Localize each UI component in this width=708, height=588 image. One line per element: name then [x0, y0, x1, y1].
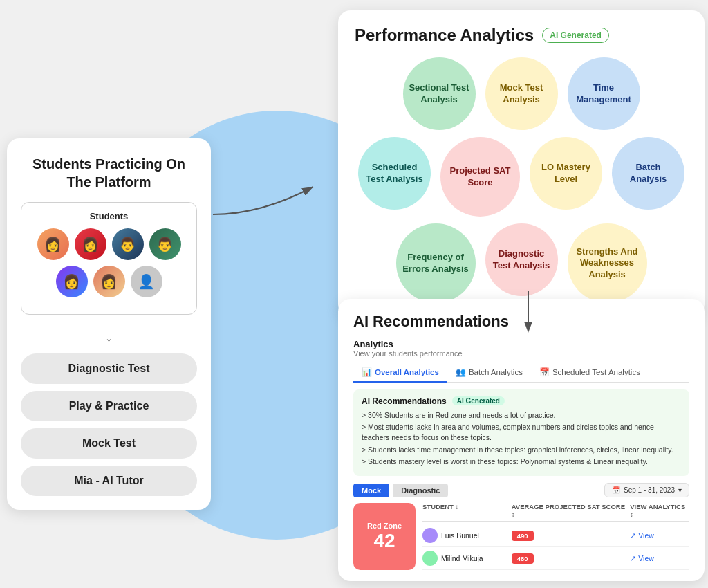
analytics-sub: View your students performance: [353, 349, 689, 358]
th-student: STUDENT ↕: [422, 503, 512, 518]
ai-recommendations-card: AI Recommendations Analytics View your s…: [338, 299, 705, 581]
calendar-small-icon: 📅: [612, 486, 620, 494]
bubble-diagnostic-test[interactable]: Diagnostic Test Analysis: [485, 223, 558, 296]
red-zone-box: Red Zone 42: [353, 503, 416, 570]
recommendations-box: AI Recommendations AI Generated > 30% St…: [353, 389, 689, 476]
th-score: AVERAGE PROJECTED SAT SCORE ↕: [512, 503, 631, 518]
avatar: 👨: [112, 228, 144, 260]
bubble-scheduled-test[interactable]: Scheduled Test Analysis: [358, 137, 431, 210]
bubble-batch-analysis[interactable]: Batch Analysis: [612, 137, 684, 210]
student-avatar: [422, 551, 438, 566]
avatar: 👨: [149, 228, 181, 260]
student-info-2: Milind Mikuja: [422, 551, 512, 566]
bubble-strengths-weaknesses[interactable]: Strengths And Weaknesses Analysis: [568, 223, 647, 303]
bubbles-grid: Sectional Test Analysis Mock Test Analys…: [355, 57, 688, 303]
score-badge-2: 480: [512, 553, 631, 564]
bubble-time-management[interactable]: Time Management: [568, 57, 640, 130]
filter-row: Mock Diagnostic 📅 Sep 1 - 31, 2023 ▾: [353, 483, 689, 497]
play-practice-button[interactable]: Play & Practice: [21, 391, 197, 421]
chevron-down-icon: ▾: [678, 486, 682, 494]
bubble-mock-test[interactable]: Mock Test Analysis: [485, 57, 558, 130]
student-info-1: Luis Bunuel: [422, 528, 512, 543]
tabs-row: 📊 Overall Analytics 👥 Batch Analytics 📅 …: [353, 363, 689, 383]
mia-ai-tutor-button[interactable]: Mia - AI Tutor: [21, 466, 197, 496]
ai-generated-badge: AI Generated: [542, 28, 609, 43]
arrow-left-to-perf: [206, 173, 324, 228]
view-link-2[interactable]: ↗ View: [630, 554, 689, 562]
rec-line-3: > Students lacks time management in thes…: [362, 445, 681, 455]
tab-scheduled-test[interactable]: 📅 Scheduled Test Analytics: [531, 363, 649, 383]
student-avatar: [422, 528, 438, 543]
bubble-frequency-errors[interactable]: Frequency of Errors Analysis: [396, 223, 476, 303]
bubble-projected-sat[interactable]: Projected SAT Score: [440, 137, 520, 217]
red-zone-number: 42: [373, 530, 395, 552]
rec-line-4: > Students mastery level is worst in the…: [362, 457, 681, 467]
filter-mock-button[interactable]: Mock: [353, 484, 389, 497]
score-value-2: 480: [512, 553, 534, 564]
score-value-1: 490: [512, 531, 534, 541]
down-arrow-icon: ↓: [21, 327, 197, 345]
students-section: Students 👩 👩 👨 👨 👩 👩 👤: [21, 202, 197, 315]
mock-test-button[interactable]: Mock Test: [21, 428, 197, 459]
avatar: 👩: [75, 228, 106, 260]
avatar: 👩: [56, 266, 88, 297]
rec-line-2: > Most students lacks in area and volume…: [362, 422, 681, 442]
filter-diagnostic-button[interactable]: Diagnostic: [393, 484, 448, 497]
chart-icon: 📊: [362, 367, 372, 377]
chart-view-icon: ↗: [630, 531, 636, 540]
student-name-2: Milind Mikuja: [441, 554, 483, 562]
th-view: VIEW ANALYTICS ↕: [630, 503, 689, 518]
chart-view-icon: ↗: [630, 554, 636, 562]
avatar-row-2: 👩 👩 👤: [28, 266, 189, 297]
performance-analytics-card: Performance Analytics AI Generated Secti…: [338, 10, 705, 317]
students-label: Students: [28, 211, 189, 221]
group-icon: 👥: [456, 367, 466, 377]
filter-buttons: Mock Diagnostic: [353, 484, 448, 497]
student-table: STUDENT ↕ AVERAGE PROJECTED SAT SCORE ↕ …: [422, 503, 689, 570]
avatar: 👩: [37, 228, 69, 260]
avatar-ghost: 👤: [131, 266, 162, 297]
rec-box-title: AI Recommendations: [362, 396, 447, 406]
bubble-lo-mastery[interactable]: LO Mastery Level: [530, 137, 602, 210]
tab-overall-analytics[interactable]: 📊 Overall Analytics: [353, 363, 447, 383]
rec-box-header: AI Recommendations AI Generated: [362, 396, 681, 406]
rec-line-1: > 30% Students are in Red zone and needs…: [362, 410, 681, 421]
ai-gen-badge: AI Generated: [452, 396, 505, 405]
left-card: Students Practicing On The Platform Stud…: [7, 138, 211, 510]
avatar-row-1: 👩 👩 👨 👨: [28, 228, 189, 260]
table-row: Luis Bunuel 490 ↗ View: [422, 524, 689, 547]
analytics-label: Analytics: [353, 339, 689, 349]
bubble-sectional-test[interactable]: Sectional Test Analysis: [403, 57, 476, 130]
avatar: 👩: [93, 266, 125, 297]
tab-batch-analytics[interactable]: 👥 Batch Analytics: [447, 363, 531, 383]
student-name-1: Luis Bunuel: [441, 531, 479, 540]
perf-header: Performance Analytics AI Generated: [355, 26, 688, 45]
left-card-title: Students Practicing On The Platform: [21, 155, 197, 191]
date-picker[interactable]: 📅 Sep 1 - 31, 2023 ▾: [604, 483, 689, 497]
bubbles-row-1: Sectional Test Analysis Mock Test Analys…: [355, 57, 688, 130]
table-area: Red Zone 42 STUDENT ↕ AVERAGE PROJECTED …: [353, 503, 689, 570]
arrow-perf-to-ai: [514, 287, 542, 336]
bubbles-row-2: Scheduled Test Analysis Projected SAT Sc…: [355, 137, 688, 217]
diagnostic-test-button[interactable]: Diagnostic Test: [21, 353, 197, 384]
table-row: Milind Mikuja 480 ↗ View: [422, 547, 689, 570]
red-zone-label: Red Zone: [367, 522, 402, 530]
table-header-row: STUDENT ↕ AVERAGE PROJECTED SAT SCORE ↕ …: [422, 503, 689, 522]
perf-title: Performance Analytics: [355, 26, 534, 45]
calendar-icon: 📅: [539, 367, 550, 377]
view-link-1[interactable]: ↗ View: [630, 531, 689, 540]
score-badge-1: 490: [512, 531, 631, 541]
